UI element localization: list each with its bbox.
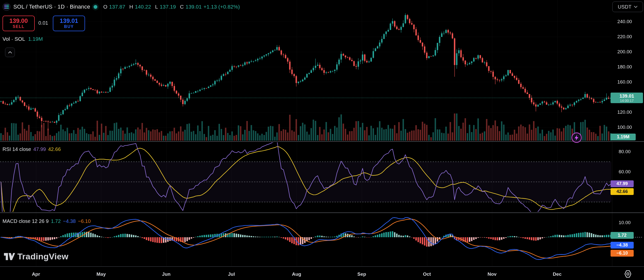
current-price: 139.01 [619,93,634,99]
open-label: O [103,4,107,10]
volume-value: 1.19M [28,36,43,42]
tradingview-chart-window: SOL / TetherUS · 1D · Binance O 137.87 H… [0,0,644,280]
sol-logo-icon [3,3,11,11]
rsi-ma-badge: 42.66 [611,188,634,195]
high-label: H [129,4,133,10]
macd-hist-value: 1.72 [51,218,61,224]
time-axis-label: Apr [32,271,40,277]
high-value: 140.22 [135,4,151,10]
change-value: +1.13 (+0.82%) [204,4,240,10]
chevron-down-icon [634,6,637,8]
collapse-panel-button[interactable] [5,48,15,57]
chart-header: SOL / TetherUS · 1D · Binance O 137.87 H… [3,2,240,12]
rsi-badge: 47.99 [611,180,634,187]
time-axis-label: Jun [162,271,171,277]
low-value: 137.19 [160,4,176,10]
ohlc-values: O 137.87 H 140.22 L 137.19 C 139.01 +1.1… [101,4,240,10]
price-tick: 180.00 [611,64,639,70]
rsi-tick: 80.00 [611,148,639,155]
time-axis-label: Jul [228,271,235,277]
rsi-value: 47.99 [33,146,46,152]
volume-badge: 1.19M [611,134,636,140]
rsi-title: RSI 14 close [3,146,31,152]
currency-value: USDT [618,4,631,10]
price-tick: 160.00 [611,79,639,85]
watermark-text: TradingView [17,252,68,261]
macd-signal-value: −6.10 [78,218,91,224]
symbol-title[interactable]: SOL / TetherUS · 1D · Binance [13,4,90,10]
spread-value: 0.01 [35,16,52,30]
buy-price: 139.01 [60,18,78,24]
price-chart-canvas[interactable] [0,0,644,280]
macd-tick: 10.00 [611,219,639,226]
market-status-icon[interactable] [94,5,97,9]
volume-label: Vol · SOL [3,36,25,42]
price-tick: 220.00 [611,33,639,40]
close-value: 139.01 [185,4,202,10]
low-label: L [155,4,158,10]
candle-countdown: 14:00:17 [620,99,634,103]
macd-line-value: −4.38 [63,218,76,224]
volume-legend: Vol · SOL 1.19M [3,36,43,42]
time-axis-label: May [97,271,106,277]
sell-label: SELL [13,24,25,29]
rsi-legend[interactable]: RSI 14 close 47.99 42.66 [3,146,61,152]
macd-title: MACD close 12 26 9 [3,218,49,224]
tradingview-watermark: TradingView [4,251,68,262]
lightning-boost-icon[interactable] [571,132,583,144]
macd-legend[interactable]: MACD close 12 26 9 1.72 −4.38 −6.10 [3,218,91,224]
time-axis-label: Oct [423,271,431,277]
macd-signal-badge: −6.10 [611,250,634,257]
macd-hist-badge: 1.72 [611,232,634,239]
sell-price: 139.00 [9,18,28,24]
chevron-up-icon [8,51,12,54]
price-tick: 240.00 [611,18,639,25]
currency-dropdown[interactable]: USDT [612,2,643,12]
price-tick: 100.00 [611,124,639,131]
rsi-ma-value: 42.66 [48,146,61,152]
open-value: 137.87 [109,4,125,10]
buy-button[interactable]: 139.01 BUY [53,16,85,31]
time-axis-label: Sep [357,271,366,277]
close-label: C [180,4,184,10]
time-axis-label: Aug [292,271,301,277]
sell-button[interactable]: 139.00 SELL [3,16,35,31]
price-tick: 200.00 [611,49,639,55]
current-price-badge: 139.01 14:00:17 [611,93,643,103]
buy-label: BUY [64,24,74,29]
tradingview-logo-icon [4,251,15,262]
time-axis-label: Nov [488,271,497,277]
settings-nut-icon[interactable] [623,270,632,278]
macd-line-badge: −4.38 [611,242,634,249]
time-axis-label: Dec [553,271,562,277]
price-tick: 120.00 [611,109,639,115]
rsi-tick: 60.00 [611,169,639,175]
